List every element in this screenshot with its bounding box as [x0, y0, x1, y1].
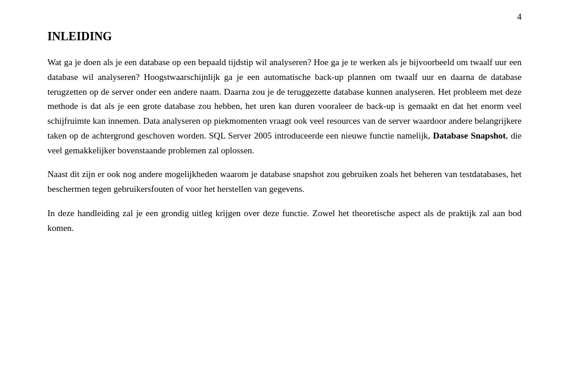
paragraph-2: Naast dit zijn er ook nog andere mogelij… — [47, 167, 522, 197]
paragraph-1: Wat ga je doen als je een database op ee… — [47, 55, 522, 158]
section-title: INLEIDING — [47, 30, 522, 43]
page-number: 4 — [517, 12, 522, 22]
paragraph-3: In deze handleiding zal je een grondig u… — [47, 206, 522, 236]
content-area: Wat ga je doen als je een database op ee… — [47, 55, 522, 235]
bold-text-database-snapshot: Database Snapshot — [433, 131, 506, 140]
page: 4 INLEIDING Wat ga je doen als je een da… — [0, 0, 569, 392]
